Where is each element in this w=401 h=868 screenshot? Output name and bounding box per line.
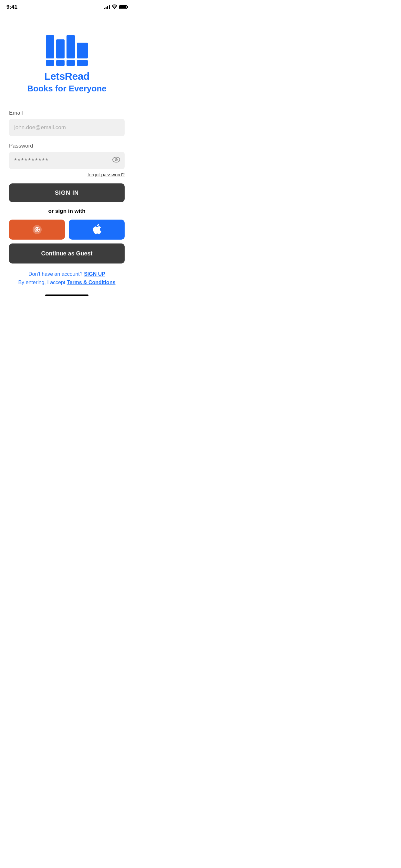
form-area: Email Password forgot password? SIGN IN …	[0, 110, 134, 271]
logo-area: LetsRead Books for Everyone	[27, 34, 106, 94]
svg-rect-0	[46, 35, 54, 58]
forgot-password-anchor[interactable]: forgot password?	[88, 172, 125, 177]
apple-sign-in-button[interactable]	[69, 220, 125, 240]
social-buttons: G	[9, 220, 125, 240]
toggle-password-icon[interactable]	[112, 157, 120, 164]
status-icons	[104, 4, 127, 10]
terms-text: By entering, I accept Terms & Conditions	[18, 280, 115, 285]
password-input[interactable]	[9, 152, 125, 169]
svg-point-10	[116, 159, 117, 160]
terms-link[interactable]: Terms & Conditions	[67, 280, 116, 285]
svg-rect-1	[46, 60, 54, 66]
battery-icon	[119, 5, 127, 9]
no-account-text: Don't have an account?	[28, 271, 83, 277]
signal-icon	[104, 5, 110, 9]
forgot-password-link[interactable]: forgot password?	[9, 172, 125, 178]
sign-in-button[interactable]: SIGN IN	[9, 183, 125, 202]
status-time: 9:41	[6, 4, 18, 10]
svg-rect-4	[66, 35, 75, 58]
svg-rect-7	[77, 60, 88, 66]
app-logo	[44, 34, 89, 70]
app-name: LetsRead	[44, 70, 89, 82]
email-label: Email	[9, 110, 125, 116]
password-label: Password	[9, 143, 125, 149]
apple-icon	[92, 224, 101, 236]
google-sign-in-button[interactable]: G	[9, 220, 65, 240]
svg-text:G: G	[35, 227, 39, 232]
bottom-links: Don't have an account? SIGN UP By enteri…	[9, 271, 124, 285]
sign-up-link[interactable]: SIGN UP	[84, 271, 105, 277]
by-entering-text: By entering, I accept	[18, 280, 65, 285]
svg-rect-2	[56, 39, 65, 58]
password-wrapper	[9, 152, 125, 169]
continue-as-guest-button[interactable]: Continue as Guest	[9, 244, 125, 264]
app-tagline: Books for Everyone	[27, 84, 106, 94]
divider-text: or sign in with	[9, 208, 125, 214]
signup-text: Don't have an account? SIGN UP	[18, 271, 115, 277]
svg-rect-6	[77, 42, 88, 58]
svg-rect-5	[66, 60, 75, 66]
home-indicator	[45, 294, 89, 296]
email-input[interactable]	[9, 119, 125, 136]
wifi-icon	[112, 4, 117, 10]
status-bar: 9:41	[0, 0, 134, 14]
google-icon: G	[32, 224, 42, 235]
svg-rect-3	[56, 60, 65, 66]
